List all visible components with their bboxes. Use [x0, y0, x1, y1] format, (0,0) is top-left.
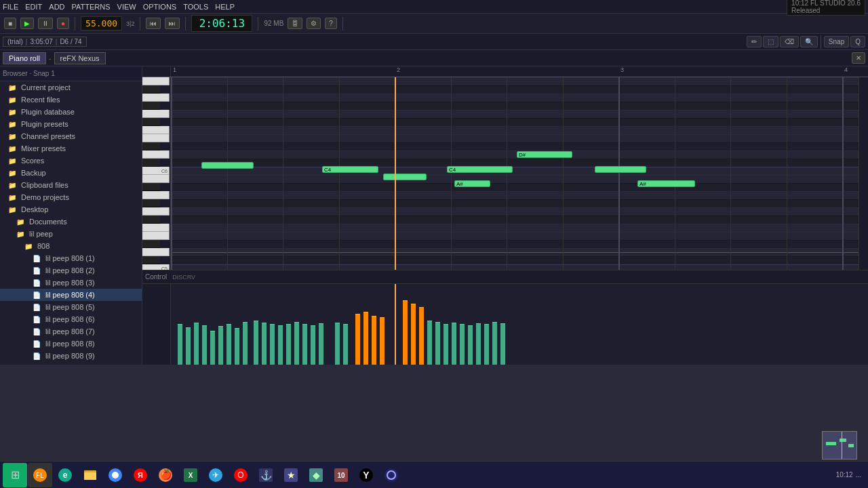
piano-key-17[interactable] [142, 216, 160, 224]
help-icon[interactable]: ? [325, 18, 337, 29]
velocity-bar-13[interactable] [286, 324, 291, 365]
menu-patterns[interactable]: PATTERNS [72, 3, 111, 11]
snap-btn[interactable]: Snap [824, 36, 849, 47]
note-block-4[interactable]: D# [517, 151, 572, 158]
quantize-btn[interactable]: Q [850, 36, 865, 47]
mixer-icon[interactable]: 🎛 [288, 18, 302, 29]
velocity-bar-17[interactable] [319, 323, 323, 365]
sidebar-item-lil-peep-808-(6)[interactable]: 📄lil peep 808 (6) [0, 313, 142, 325]
menu-file[interactable]: FILE [3, 3, 18, 11]
velocity-bar-27[interactable] [427, 321, 432, 365]
record-button[interactable]: ● [57, 18, 69, 29]
taskbar-app-chrome[interactable] [103, 463, 127, 487]
sidebar-item-lil-peep-808-(7)[interactable]: 📄lil peep 808 (7) [0, 325, 142, 338]
draw-tool[interactable]: ✏ [747, 36, 762, 47]
velocity-grid[interactable] [171, 284, 868, 365]
piano-key-19[interactable] [142, 232, 170, 240]
taskbar-app-y[interactable]: Y [354, 463, 378, 487]
velocity-bar-29[interactable] [443, 324, 448, 365]
piano-key-12[interactable] [142, 175, 170, 183]
sidebar-item-lil-peep-808-(2)[interactable]: 📄lil peep 808 (2) [0, 264, 142, 277]
piano-key-20[interactable] [142, 240, 160, 248]
sidebar-item-lil-peep-808-(10)[interactable]: 📄lil peep 808 (10) [0, 362, 142, 365]
sidebar-item-plugin-database[interactable]: 📁Plugin database [0, 106, 142, 118]
taskbar-app-opera[interactable]: O [229, 463, 253, 487]
taskbar-app-excel[interactable]: X [178, 463, 203, 487]
sidebar-item-lil-peep-808-(8)[interactable]: 📄lil peep 808 (8) [0, 338, 142, 350]
taskbar-app-files[interactable] [78, 463, 102, 487]
velocity-bar-16[interactable] [311, 325, 315, 365]
velocity-bar-15[interactable] [302, 324, 307, 365]
velocity-bar-31[interactable] [460, 324, 465, 365]
velocity-bar-33[interactable] [476, 323, 481, 365]
piano-key-3[interactable] [142, 102, 160, 110]
taskbar-app-circle[interactable] [379, 463, 403, 487]
velocity-bar-4[interactable] [210, 331, 215, 365]
velocity-bar-24[interactable] [403, 300, 408, 365]
piano-key-5[interactable] [142, 118, 160, 126]
piano-key-9[interactable] [142, 150, 170, 159]
velocity-bar-23[interactable] [380, 317, 384, 365]
close-piano-roll[interactable]: ✕ [852, 52, 865, 64]
select-tool[interactable]: ⬚ [763, 36, 778, 47]
piano-key-6[interactable] [142, 126, 170, 134]
sidebar-item-lil-peep-808-(1)[interactable]: 📄lil peep 808 (1) [0, 252, 142, 264]
velocity-bar-35[interactable] [492, 322, 497, 365]
pause-button[interactable]: ⏸ [38, 18, 53, 29]
taskbar-app-music10[interactable]: 10 [329, 463, 353, 487]
menu-tools[interactable]: TOOLS [183, 3, 208, 11]
velocity-bar-21[interactable] [363, 312, 368, 365]
taskbar-app-fruit[interactable]: 🍎 [153, 463, 178, 487]
note-block-2[interactable] [383, 174, 427, 180]
sidebar-item-documents[interactable]: 📁Documents [0, 216, 142, 228]
piano-key-8[interactable] [142, 142, 160, 150]
menu-options[interactable]: OPTIONS [143, 3, 177, 11]
velocity-bar-10[interactable] [262, 323, 267, 365]
velocity-bar-12[interactable] [278, 325, 283, 365]
right-scrollbar[interactable] [859, 77, 868, 270]
sidebar-item-demo-projects[interactable]: 📁Demo projects [0, 191, 142, 203]
sidebar-item-clipboard-files[interactable]: 📁Clipboard files [0, 179, 142, 191]
velocity-bar-26[interactable] [419, 307, 424, 365]
piano-key-16[interactable] [142, 207, 170, 216]
velocity-bar-7[interactable] [235, 328, 239, 365]
sidebar-item-lil-peep-808-(4)[interactable]: 📄lil peep 808 (4) [0, 289, 142, 301]
piano-key-22[interactable] [142, 256, 160, 264]
velocity-bar-19[interactable] [343, 324, 348, 365]
sidebar-item-plugin-presets[interactable]: 📁Plugin presets [0, 118, 142, 130]
sidebar-item-channel-presets[interactable]: 📁Channel presets [0, 130, 142, 142]
forward-button[interactable]: ⏭ [165, 18, 180, 29]
sidebar-item-808[interactable]: 📁808 [0, 240, 142, 252]
velocity-bar-14[interactable] [294, 322, 299, 365]
velocity-bar-5[interactable] [218, 326, 223, 365]
piano-key-4[interactable] [142, 110, 170, 118]
stop-button[interactable]: ■ [4, 18, 16, 29]
erase-tool[interactable]: ⌫ [780, 36, 799, 47]
velocity-bar-32[interactable] [468, 325, 473, 365]
settings-icon[interactable]: ⚙ [307, 18, 321, 29]
piano-key-15[interactable] [142, 199, 160, 207]
note-block-7[interactable]: A# [637, 180, 695, 187]
note-block-5[interactable]: A# [454, 180, 490, 187]
taskbar-app-ie[interactable]: e [53, 463, 77, 487]
piano-key-7[interactable] [142, 134, 170, 142]
sidebar-item-lil-peep-808-(5)[interactable]: 📄lil peep 808 (5) [0, 301, 142, 313]
piano-key-1[interactable] [142, 85, 160, 94]
sidebar-item-lil-peep-808-(9)[interactable]: 📄lil peep 808 (9) [0, 350, 142, 362]
velocity-bar-8[interactable] [243, 322, 248, 365]
velocity-bar-18[interactable] [335, 323, 340, 365]
note-block-1[interactable]: C4 [322, 166, 378, 173]
note-grid[interactable]: C4C4D#A#A# [171, 77, 859, 270]
velocity-bar-2[interactable] [194, 323, 199, 365]
piano-key-18[interactable] [142, 224, 170, 232]
velocity-bar-6[interactable] [226, 324, 231, 365]
menu-help[interactable]: HELP [215, 3, 235, 11]
tab-refx-nexus[interactable]: reFX Nexus [54, 52, 106, 64]
velocity-bar-9[interactable] [254, 321, 258, 365]
velocity-bar-11[interactable] [270, 324, 275, 365]
taskbar-app-telegram[interactable]: ✈ [203, 463, 228, 487]
piano-key-2[interactable] [142, 94, 170, 102]
velocity-bar-22[interactable] [372, 316, 376, 365]
piano-key-0[interactable] [142, 77, 170, 85]
tab-piano-roll[interactable]: Piano roll [3, 52, 46, 64]
